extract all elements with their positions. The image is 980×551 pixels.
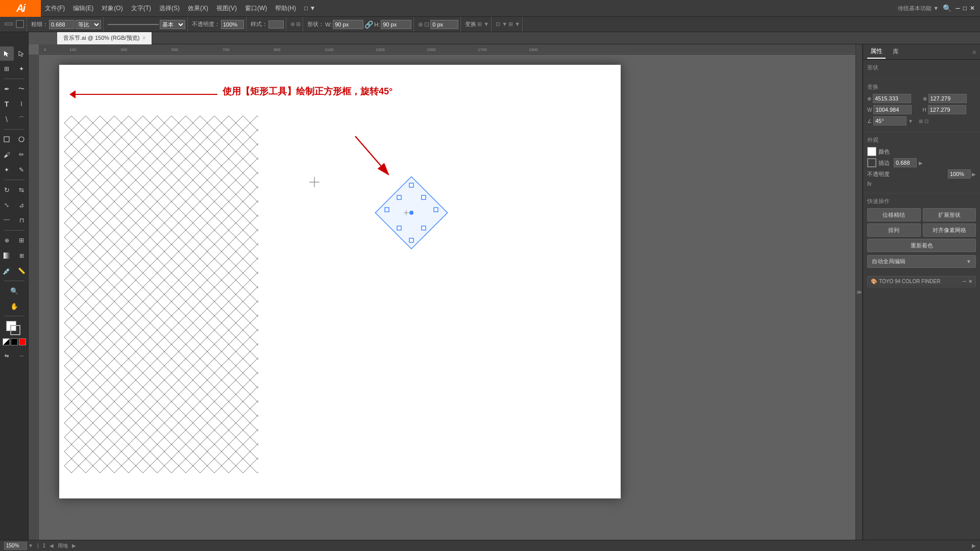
select-tool[interactable] bbox=[0, 46, 14, 61]
qa-btn-recolor[interactable]: 重新着色 bbox=[867, 239, 976, 252]
pen-tool[interactable]: ✒ bbox=[0, 82, 14, 96]
x-field[interactable] bbox=[873, 94, 911, 103]
opacity-expand-btn[interactable]: ▶ bbox=[972, 171, 976, 177]
line-segment-tool[interactable]: \ bbox=[0, 112, 14, 127]
stroke-width-panel[interactable] bbox=[894, 158, 917, 167]
svg-text:100: 100 bbox=[69, 47, 77, 52]
panel-more-btn[interactable]: ≡ bbox=[973, 49, 976, 55]
red-color-btn[interactable] bbox=[19, 338, 26, 345]
menu-effects[interactable]: 效果(X) bbox=[184, 0, 212, 16]
page-nav-prev[interactable]: ◀ bbox=[50, 543, 54, 548]
more-tools-btn[interactable]: ··· bbox=[15, 348, 29, 363]
opacity-input[interactable] bbox=[221, 20, 244, 29]
paintbrush-tool[interactable]: 🖌 bbox=[0, 147, 14, 162]
eyedropper-tool[interactable]: 💉 bbox=[0, 264, 14, 278]
panel-collapse-strip[interactable]: ≫ bbox=[855, 44, 863, 540]
collapse-icon[interactable]: ≫ bbox=[856, 289, 862, 295]
statusbar: ▼ | 1 ◀ 用地 ▶ ▶ bbox=[0, 540, 980, 551]
rect-tool[interactable] bbox=[0, 132, 14, 146]
fx-label[interactable]: fx bbox=[867, 181, 872, 187]
menu-object[interactable]: 对象(O) bbox=[97, 0, 127, 16]
qa-btn-2[interactable]: 扩展形状 bbox=[923, 208, 976, 221]
black-color-btn[interactable] bbox=[11, 338, 18, 345]
column-graph-tool[interactable]: ⊞ bbox=[14, 233, 29, 247]
magic-wand-tool[interactable]: ✦ bbox=[14, 62, 29, 76]
rotate-tool[interactable]: ↻ bbox=[0, 183, 14, 197]
svg-rect-0 bbox=[5, 23, 12, 25]
stroke-color-swatch[interactable] bbox=[867, 158, 876, 167]
warp-tool[interactable]: 〰 bbox=[0, 213, 14, 228]
search-icon[interactable]: 🔍 bbox=[943, 4, 951, 12]
angle-field[interactable] bbox=[873, 116, 906, 126]
toyo-minimize-btn[interactable]: ─ bbox=[963, 279, 966, 284]
menu-view[interactable]: 视图(V) bbox=[212, 0, 241, 16]
page-info: 用地 bbox=[58, 542, 68, 549]
opacity-row: 不透明度 ▶ bbox=[867, 169, 976, 179]
zoom-tool[interactable]: 🔍 bbox=[7, 284, 21, 298]
angle-dropdown[interactable]: ▼ bbox=[908, 118, 913, 124]
menu-type[interactable]: 文字(T) bbox=[127, 0, 155, 16]
shaper-tool[interactable]: ✦ bbox=[0, 163, 14, 177]
h-field[interactable] bbox=[928, 105, 966, 114]
measure-tool[interactable]: 📏 bbox=[14, 264, 29, 278]
menu-window[interactable]: 窗口(W) bbox=[241, 0, 271, 16]
y-field[interactable] bbox=[928, 94, 967, 103]
stroke-width-input[interactable] bbox=[49, 20, 75, 29]
menu-edit[interactable]: 编辑(E) bbox=[69, 0, 97, 16]
reflect-tool[interactable]: ⇆ bbox=[14, 183, 29, 197]
menu-arrange[interactable]: □ ▼ bbox=[300, 0, 320, 16]
reshape-tool[interactable]: ⊓ bbox=[14, 213, 29, 228]
menu-file[interactable]: 文件(F) bbox=[41, 0, 69, 16]
qa-btn-3[interactable]: 排列 bbox=[867, 223, 921, 237]
height-input[interactable] bbox=[381, 20, 411, 29]
status-bar-btn[interactable]: ▶ bbox=[972, 543, 976, 548]
zoom-dropdown-btn[interactable]: ▼ bbox=[28, 543, 33, 548]
hand-tool[interactable]: ✋ bbox=[7, 299, 21, 313]
shear-tool[interactable]: ⊿ bbox=[14, 198, 29, 212]
maximize-btn[interactable]: □ bbox=[963, 5, 967, 12]
libraries-tab[interactable]: 库 bbox=[890, 45, 902, 58]
w-field[interactable] bbox=[873, 105, 912, 114]
vertical-type-tool[interactable]: ⌇ bbox=[14, 97, 29, 111]
mesh-tool[interactable]: ⊞ bbox=[14, 248, 29, 263]
tab-close-btn[interactable]: × bbox=[142, 35, 145, 41]
extra-icon1: ⊡ ▼ bbox=[496, 21, 507, 28]
stroke-color-box[interactable] bbox=[10, 325, 20, 335]
page-nav-next[interactable]: ▶ bbox=[72, 543, 76, 548]
scale-tool[interactable]: ⤡ bbox=[0, 198, 14, 212]
qa-btn-1[interactable]: 位移精结 bbox=[867, 208, 921, 221]
direct-select-tool[interactable] bbox=[14, 46, 29, 61]
fill-color-swatch[interactable] bbox=[867, 147, 876, 156]
stroke-style-select[interactable]: 基本 bbox=[160, 20, 185, 29]
auto-global-edit-dropdown[interactable]: ▼ bbox=[966, 259, 971, 264]
opacity-panel-input[interactable] bbox=[948, 169, 971, 179]
properties-tab[interactable]: 属性 bbox=[867, 45, 886, 59]
close-btn[interactable]: ✕ bbox=[970, 5, 975, 12]
width-input[interactable] bbox=[333, 20, 363, 29]
qa-btn-4[interactable]: 对齐像素网格 bbox=[923, 223, 976, 237]
x-input[interactable] bbox=[430, 20, 458, 29]
gradient-tool[interactable] bbox=[0, 248, 14, 263]
svg-text:1300: 1300 bbox=[376, 47, 385, 52]
swap-colors-btn[interactable]: ⇆ bbox=[0, 348, 14, 363]
curvature-tool[interactable]: 〜 bbox=[14, 82, 29, 96]
minimize-btn[interactable]: ─ bbox=[955, 5, 960, 12]
pencil-tool[interactable]: ✎ bbox=[14, 163, 29, 177]
stroke-expand-btn[interactable]: ▶ bbox=[919, 160, 923, 166]
stroke-type-select[interactable]: 等比 bbox=[76, 20, 101, 29]
menu-help[interactable]: 帮助(H) bbox=[271, 0, 300, 16]
zoom-input[interactable] bbox=[4, 542, 27, 550]
group-tool[interactable]: ⊞ bbox=[0, 62, 14, 76]
type-tool[interactable]: T bbox=[0, 97, 14, 111]
toyo-title-group: 🎨 TOYO 94 COLOR FINDER bbox=[871, 279, 940, 284]
symbol-sprayer-tool[interactable]: ⊕ bbox=[0, 233, 14, 247]
fx-row: fx bbox=[867, 181, 976, 187]
none-color-btn[interactable] bbox=[3, 338, 10, 345]
ellipse-tool[interactable] bbox=[14, 132, 29, 146]
arc-tool[interactable]: ⌒ bbox=[14, 112, 29, 127]
active-tab[interactable]: 音乐节.ai @ 150% (RGB/预览) × bbox=[57, 32, 152, 44]
toyo-close-btn[interactable]: ✕ bbox=[968, 279, 972, 284]
menu-select[interactable]: 选择(S) bbox=[155, 0, 184, 16]
canvas-area[interactable]: 0 100 300 500 700 900 1100 1300 1500 170… bbox=[29, 44, 855, 540]
blob-brush-tool[interactable]: ✏ bbox=[14, 147, 29, 162]
